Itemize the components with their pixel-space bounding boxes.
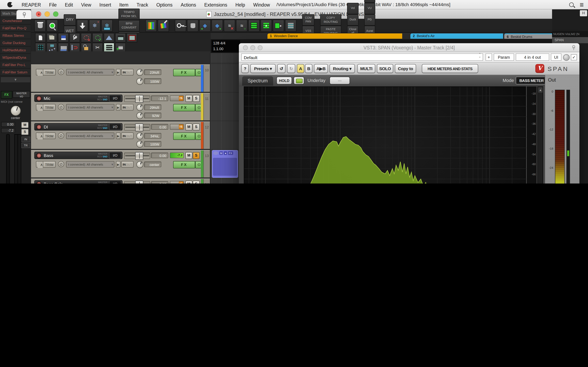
ruler-mode-icon[interactable] <box>58 43 69 52</box>
pan-knob[interactable] <box>136 133 143 140</box>
volume-fader-handle[interactable] <box>135 124 143 131</box>
volume-fader[interactable] <box>124 152 150 159</box>
pan-value[interactable]: 34%L <box>144 133 161 139</box>
pan-knob[interactable] <box>136 69 143 76</box>
mixer-mute-button[interactable]: M <box>21 122 29 128</box>
envelope-lanes-icon[interactable] <box>248 19 260 32</box>
item-mute-button[interactable]: M <box>219 151 223 155</box>
menu-item[interactable]: View <box>77 2 95 7</box>
width-knob[interactable] <box>136 78 143 85</box>
width-value[interactable]: 92W <box>144 113 161 118</box>
mixer-fader-track[interactable] <box>6 134 10 184</box>
envelope-stack-icon[interactable] <box>285 19 296 32</box>
trim-envelope-button[interactable]: TRIM <box>36 69 56 75</box>
routing-button[interactable]: Routing ▾ <box>329 64 355 73</box>
envelope-diamond-right-icon[interactable]: ◆ <box>212 19 223 32</box>
routing-toolbar-button[interactable]: COPY ROUTING <box>320 14 341 25</box>
render-download-icon[interactable] <box>77 19 88 32</box>
unfreeze-track-icon[interactable]: ❄ <box>101 19 113 32</box>
plugin-title-bar[interactable]: VST3: SPAN (Voxengo) - Master Track [2/4… <box>239 43 579 52</box>
envelope-diamond-left-icon[interactable]: ◆ <box>199 19 211 32</box>
region-marker[interactable]: 2Beskid's Air <box>410 33 503 39</box>
width-knob[interactable] <box>136 141 143 148</box>
apple-menu-icon[interactable] <box>7 2 13 7</box>
phase-button[interactable]: ∅ <box>58 161 64 167</box>
project-settings-icon[interactable] <box>69 33 80 42</box>
item-knob-icon[interactable] <box>213 151 218 155</box>
fx-chain-item[interactable]: FabFilter Pro-L <box>0 61 31 68</box>
toolbar-button[interactable]: DRY <box>64 14 76 25</box>
solo-button[interactable]: S <box>193 181 200 184</box>
phase-button[interactable]: ∅ <box>58 69 64 75</box>
toolbar-button[interactable]: COM PAN <box>302 14 314 25</box>
io-button[interactable]: I/O <box>109 124 121 130</box>
tempo-toolbar-button[interactable]: BPM CONVERT <box>118 20 140 31</box>
record-input-dropdown[interactable]: t connected): All channels <box>66 133 114 139</box>
spectrum-tab[interactable]: Spectrum <box>242 76 273 86</box>
mixer-tr-badge[interactable]: TR <box>21 143 30 148</box>
add-envelope-icon[interactable] <box>115 43 126 52</box>
ab-slot-a-button[interactable]: A <box>297 64 304 73</box>
menu-item[interactable]: File <box>45 2 61 7</box>
fx-chain-item[interactable]: FabFilter Pro-Q <box>0 25 31 32</box>
fx-button[interactable]: FX <box>173 161 195 168</box>
toolbar-button[interactable]: VU <box>364 3 375 14</box>
redo-button[interactable]: ↻ <box>287 64 295 73</box>
io-button[interactable]: I/O <box>109 152 121 159</box>
zoom-tool-icon[interactable] <box>47 19 58 32</box>
record-input-dropdown[interactable]: t connected): All channels <box>66 161 114 167</box>
volume-fader-handle[interactable] <box>135 152 143 160</box>
mode-value-button[interactable]: BASS METER <box>516 77 547 84</box>
solo-button[interactable]: SOLO <box>377 64 393 73</box>
record-arm-button[interactable] <box>36 124 42 129</box>
mixer-volume-value[interactable]: 0.00 <box>1 122 15 127</box>
phase-button[interactable]: ∅ <box>58 133 64 139</box>
menu-item[interactable]: Help <box>231 2 249 7</box>
pan-knob[interactable] <box>136 104 143 111</box>
pot-icon[interactable] <box>187 19 199 32</box>
solo-button[interactable]: S <box>193 152 200 159</box>
param-button[interactable]: Param <box>494 53 514 61</box>
tempo-toolbar-button[interactable]: TEMPO FROM SEL <box>118 8 140 20</box>
item-fx-button[interactable]: FX <box>228 151 233 155</box>
fx-chain-item[interactable]: MSpectralDyna <box>0 54 31 61</box>
volume-fader[interactable] <box>124 181 150 184</box>
monitor-play-icon[interactable]: ▶ <box>116 104 121 110</box>
pan-value[interactable]: center <box>144 161 161 167</box>
fx-chain-item[interactable]: RBass Stereo <box>0 32 31 39</box>
volume-value[interactable]: 0.00 <box>151 124 168 130</box>
preset-combo[interactable]: Default <box>241 53 483 61</box>
split-items-icon[interactable]: ✂ <box>92 43 103 52</box>
menu-item[interactable]: Track <box>132 2 152 7</box>
close-button[interactable] <box>36 11 41 17</box>
zoom-button[interactable] <box>53 11 58 17</box>
scroll-up-button[interactable]: ▲ <box>538 87 543 92</box>
mute-button[interactable]: M <box>185 181 192 184</box>
new-project-icon[interactable] <box>35 33 46 42</box>
track-header[interactable]: DI MASTER RCV SND I/O <box>34 123 122 131</box>
fx-button[interactable]: FX <box>173 133 195 140</box>
width-knob[interactable] <box>136 112 143 119</box>
pan-knob[interactable] <box>136 161 143 168</box>
record-input-dropdown[interactable]: t connected): All channels <box>66 69 114 75</box>
fx-chain-item[interactable]: Guitar Ducking <box>0 39 31 47</box>
toolbar-button[interactable]: Duck <box>347 14 359 25</box>
menu-item[interactable]: Window <box>249 2 274 7</box>
io-button[interactable]: I/O <box>109 181 121 184</box>
track-header[interactable]: Mic MASTER RCV SND I/O <box>34 95 122 102</box>
reaper-title-bar[interactable]: Jazzbus2_54 [modified] - REAPER v5.95/64… <box>31 9 552 19</box>
undo-button[interactable]: ↺ <box>277 64 285 73</box>
save-project-icon[interactable] <box>58 33 69 42</box>
pin-icon[interactable] <box>571 45 576 52</box>
fx-chain-item[interactable]: HoRNetMultico <box>0 47 31 54</box>
width-value[interactable]: 100W <box>144 78 161 84</box>
copy-a-to-b-button[interactable]: A▶B <box>314 64 328 73</box>
volume-fader[interactable] <box>124 95 150 102</box>
mixer-in-badge[interactable]: IN <box>21 137 30 142</box>
monitor-in-out-toggle[interactable]: INOUT <box>121 69 134 75</box>
midi-item-icon[interactable] <box>127 33 137 42</box>
track-name[interactable]: Bass <box>44 153 97 158</box>
snap-magnet-icon[interactable]: ⊃ <box>69 43 80 52</box>
monitor-in-out-toggle[interactable]: INOUT <box>121 161 134 167</box>
toolbar-button[interactable]: PG <box>364 14 375 25</box>
